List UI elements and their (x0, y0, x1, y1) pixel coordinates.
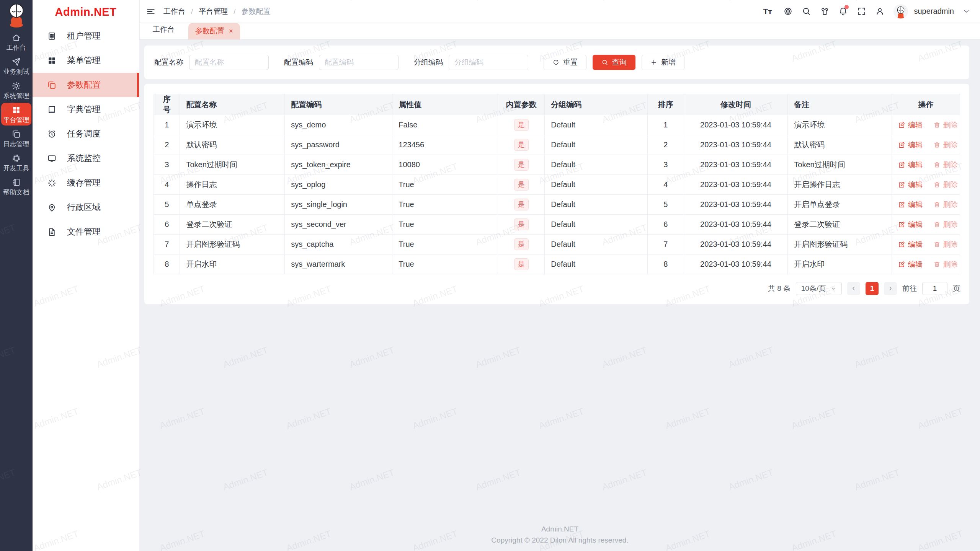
sidebar-item-dictionary[interactable]: 字典管理 (33, 97, 139, 122)
group-code-input[interactable] (449, 55, 528, 70)
delete-button[interactable]: 删除 (933, 140, 958, 150)
cell-sort: 5 (647, 195, 684, 215)
rail-item-dev-tools[interactable]: 开发工具 (1, 151, 31, 174)
fullscreen-icon[interactable] (857, 7, 866, 16)
trash-icon (933, 121, 941, 129)
table-card: 序号 配置名称 配置编码 属性值 内置参数 分组编码 排序 修改时间 备注 操作 (144, 84, 969, 304)
goto-page-input[interactable] (922, 282, 947, 295)
edit-button[interactable]: 编辑 (898, 240, 923, 249)
cell-group: Default (545, 115, 648, 135)
user-icon[interactable] (875, 7, 885, 16)
cell-name: 默认密码 (180, 135, 285, 155)
delete-label: 删除 (943, 200, 958, 210)
rail-item-workbench[interactable]: 工作台 (1, 31, 31, 53)
reset-button[interactable]: 重置 (544, 55, 586, 70)
username[interactable]: superadmin (914, 7, 954, 16)
delete-button[interactable]: 删除 (933, 180, 958, 190)
rail-item-label: 系统管理 (3, 93, 29, 99)
sidebar-item-monitor[interactable]: 系统监控 (33, 146, 139, 171)
edit-button[interactable]: 编辑 (898, 180, 923, 190)
cell-no: 4 (154, 175, 180, 195)
page-size-select[interactable]: 10条/页 (796, 282, 842, 295)
delete-button[interactable]: 删除 (933, 120, 958, 130)
sidebar-item-tenant[interactable]: 租户管理 (33, 24, 139, 48)
table-body: 1 演示环境 sys_demo False 是 Default 1 2023-0… (154, 115, 960, 274)
sidebar-item-label: 行政区域 (67, 202, 101, 213)
delete-button[interactable]: 删除 (933, 220, 958, 230)
cell-sort: 3 (647, 155, 684, 175)
config-name-input[interactable] (189, 55, 269, 70)
delete-button[interactable]: 删除 (933, 259, 958, 269)
pagination-total: 共 8 条 (768, 284, 791, 293)
add-label: 新增 (661, 57, 676, 67)
query-button[interactable]: 查询 (593, 55, 635, 70)
edit-icon (898, 221, 905, 228)
edit-button[interactable]: 编辑 (898, 120, 923, 130)
collapse-menu-icon[interactable] (146, 7, 156, 16)
cell-sort: 7 (647, 235, 684, 254)
language-icon[interactable] (783, 7, 793, 16)
cell-value: True (392, 235, 498, 254)
theme-shirt-icon[interactable] (820, 7, 830, 16)
delete-button[interactable]: 删除 (933, 200, 958, 210)
cell-sort: 2 (647, 135, 684, 155)
tab-close-icon[interactable]: × (229, 28, 233, 34)
sidebar-item-config[interactable]: 参数配置 (33, 73, 139, 97)
delete-button[interactable]: 删除 (933, 160, 958, 170)
footer-copyright: Copyright © 2022 Dilon All rights reserv… (140, 535, 980, 546)
tab-config[interactable]: 参数配置 × (188, 23, 240, 39)
cell-actions: 编辑 删除 (892, 135, 960, 155)
edit-button[interactable]: 编辑 (898, 220, 923, 230)
cell-group: Default (545, 215, 648, 235)
rail-item-platform[interactable]: 平台管理 (1, 103, 31, 126)
icon-rail: 工作台 业务测试 系统管理 平台管理 日志管理 开发工具 帮助文档 (0, 0, 33, 551)
add-button[interactable]: 新增 (642, 55, 684, 70)
avatar[interactable] (893, 4, 908, 19)
rail-item-help-docs[interactable]: 帮助文档 (1, 175, 31, 198)
tab-workbench[interactable]: 工作台 (153, 24, 175, 39)
chevron-down-icon[interactable] (963, 8, 970, 15)
config-code-input[interactable] (319, 55, 399, 70)
cell-name: 演示环境 (180, 115, 285, 135)
next-page-button[interactable] (884, 282, 897, 295)
edit-button[interactable]: 编辑 (898, 259, 923, 269)
sidebar-item-menu[interactable]: 菜单管理 (33, 48, 139, 73)
content: 配置名称 配置编码 分组编码 重置 (140, 40, 980, 551)
sidebar-item-region[interactable]: 行政区域 (33, 195, 139, 220)
sidebar-item-task-scheduler[interactable]: 任务调度 (33, 122, 139, 146)
delete-button[interactable]: 删除 (933, 240, 958, 249)
breadcrumb-platform[interactable]: 平台管理 (199, 7, 228, 16)
rail-item-logs[interactable]: 日志管理 (1, 127, 31, 150)
notification-bell-icon[interactable] (838, 7, 848, 16)
sidebar-item-label: 字典管理 (67, 104, 101, 115)
cell-time: 2023-01-03 10:59:44 (684, 215, 788, 235)
rail-item-biz-test[interactable]: 业务测试 (1, 55, 31, 77)
edit-button[interactable]: 编辑 (898, 160, 923, 170)
location-pin-icon (47, 203, 57, 212)
cell-builtin: 是 (498, 254, 545, 274)
edit-button[interactable]: 编辑 (898, 140, 923, 150)
breadcrumb-workbench[interactable]: 工作台 (163, 7, 185, 16)
col-actions: 操作 (892, 94, 960, 115)
rail-item-system[interactable]: 系统管理 (1, 79, 31, 101)
col-remark: 备注 (788, 94, 892, 115)
config-code-label: 配置编码 (284, 57, 313, 67)
trash-icon (933, 221, 941, 228)
cell-builtin: 是 (498, 115, 545, 135)
font-size-icon[interactable]: Tт (763, 7, 774, 16)
cell-no: 8 (154, 254, 180, 274)
notebook-icon (11, 178, 21, 187)
cell-time: 2023-01-03 10:59:44 (684, 195, 788, 215)
edit-button[interactable]: 编辑 (898, 200, 923, 210)
prev-page-button[interactable] (847, 282, 860, 295)
copy-document-icon (11, 129, 21, 139)
delete-label: 删除 (943, 259, 958, 269)
page-number-button[interactable]: 1 (866, 282, 879, 295)
search-icon[interactable] (802, 7, 811, 16)
reset-label: 重置 (563, 57, 578, 67)
cell-sort: 4 (647, 175, 684, 195)
sidebar-item-files[interactable]: 文件管理 (33, 220, 139, 244)
cell-group: Default (545, 135, 648, 155)
table-row: 7 开启图形验证码 sys_captcha True 是 Default 7 2… (154, 235, 960, 254)
sidebar-item-cache[interactable]: 缓存管理 (33, 171, 139, 195)
